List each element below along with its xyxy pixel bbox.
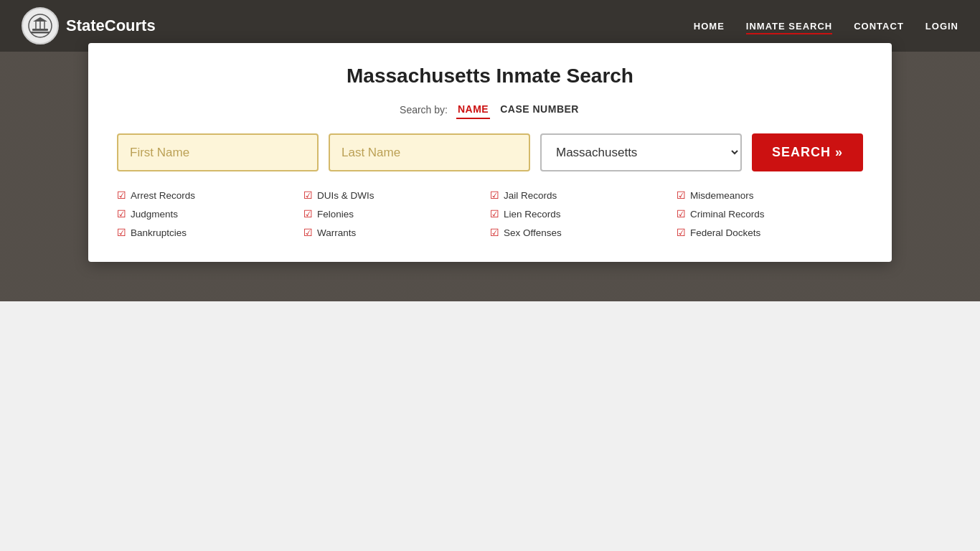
- hero-section: COURTHOUSE StateCourts HOME: [0, 0, 980, 301]
- logo-text[interactable]: StateCourts: [66, 17, 156, 35]
- feature-item: ☑Sex Offenses: [490, 225, 677, 240]
- feature-item: ☑Arrest Records: [117, 187, 303, 203]
- search-inputs: Massachusetts SEARCH »: [117, 133, 863, 171]
- check-icon: ☑: [677, 208, 686, 220]
- feature-label: Misdemeanors: [690, 190, 754, 201]
- check-icon: ☑: [117, 208, 126, 220]
- logo-icon[interactable]: [22, 7, 59, 44]
- nav-item-contact[interactable]: CONTACT: [854, 19, 904, 32]
- check-icon: ☑: [303, 208, 313, 220]
- nav-link-inmate-search[interactable]: INMATE SEARCH: [746, 21, 832, 34]
- logo-svg: [27, 13, 53, 39]
- check-icon: ☑: [490, 227, 499, 238]
- svg-rect-2: [31, 32, 50, 34]
- feature-label: Judgments: [131, 209, 178, 220]
- first-name-input[interactable]: [117, 133, 319, 171]
- feature-label: Federal Dockets: [690, 227, 760, 238]
- logo-area: StateCourts: [22, 7, 694, 44]
- nav-item-login[interactable]: LOGIN: [925, 19, 958, 32]
- check-icon: ☑: [677, 189, 686, 201]
- check-icon: ☑: [303, 227, 313, 238]
- check-icon: ☑: [117, 227, 126, 238]
- nav-link-login[interactable]: LOGIN: [925, 21, 958, 32]
- feature-label: DUIs & DWIs: [317, 190, 374, 201]
- feature-item: ☑Criminal Records: [677, 206, 863, 222]
- search-card: Massachusetts Inmate Search Search by: N…: [88, 43, 892, 262]
- check-icon: ☑: [677, 227, 686, 238]
- nav-item-inmate-search[interactable]: INMATE SEARCH: [746, 19, 832, 32]
- feature-item: ☑Warrants: [303, 225, 490, 240]
- feature-label: Arrest Records: [131, 190, 195, 201]
- feature-item: ☑DUIs & DWIs: [303, 187, 490, 203]
- nav-links: HOME INMATE SEARCH CONTACT LOGIN: [694, 19, 958, 32]
- search-title: Massachusetts Inmate Search: [117, 65, 863, 88]
- feature-label: Sex Offenses: [504, 227, 562, 238]
- feature-label: Bankruptcies: [131, 227, 187, 238]
- search-button[interactable]: SEARCH »: [752, 133, 863, 171]
- nav-link-home[interactable]: HOME: [694, 21, 725, 32]
- feature-item: ☑Felonies: [303, 206, 490, 222]
- tab-name[interactable]: NAME: [456, 100, 490, 119]
- feature-label: Lien Records: [504, 209, 561, 220]
- feature-item: ☑Bankruptcies: [117, 225, 303, 240]
- last-name-input[interactable]: [329, 133, 530, 171]
- svg-rect-1: [32, 29, 48, 31]
- check-icon: ☑: [490, 208, 499, 220]
- search-by-label: Search by:: [400, 104, 448, 116]
- feature-item: ☑Misdemeanors: [677, 187, 863, 203]
- check-icon: ☑: [490, 189, 499, 201]
- nav-link-contact[interactable]: CONTACT: [854, 21, 904, 32]
- feature-label: Warrants: [317, 227, 356, 238]
- feature-label: Felonies: [317, 209, 354, 220]
- feature-item: ☑Lien Records: [490, 206, 677, 222]
- feature-item: ☑Judgments: [117, 206, 303, 222]
- svg-marker-6: [33, 17, 47, 22]
- tab-case-number[interactable]: CASE NUMBER: [499, 100, 580, 119]
- features-grid: ☑Arrest Records☑DUIs & DWIs☑Jail Records…: [117, 187, 863, 240]
- check-icon: ☑: [303, 189, 313, 201]
- nav-item-home[interactable]: HOME: [694, 19, 725, 32]
- feature-label: Criminal Records: [690, 209, 765, 220]
- state-select[interactable]: Massachusetts: [540, 133, 742, 171]
- feature-item: ☑Jail Records: [490, 187, 677, 203]
- search-by-row: Search by: NAME CASE NUMBER: [117, 100, 863, 119]
- check-icon: ☑: [117, 189, 126, 201]
- feature-item: ☑Federal Dockets: [677, 225, 863, 240]
- feature-label: Jail Records: [504, 190, 557, 201]
